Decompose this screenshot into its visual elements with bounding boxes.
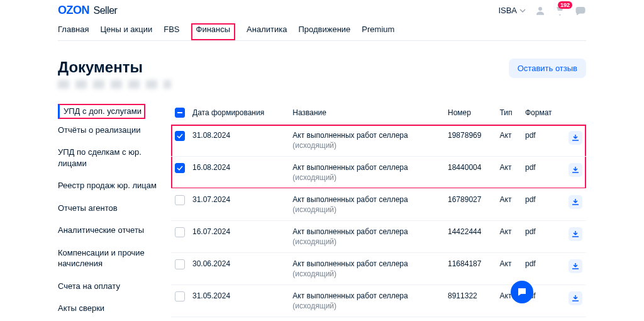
download-row-button[interactable] <box>569 131 582 145</box>
notifications-icon[interactable]: 192 <box>555 5 566 16</box>
col-number[interactable]: Номер <box>444 104 496 125</box>
select-all-checkbox[interactable] <box>175 108 185 118</box>
sidebar-item-6[interactable]: Компенсации и прочие начисления <box>58 242 171 275</box>
cell-format: pdf <box>521 189 565 221</box>
chat-icon <box>516 286 528 298</box>
nav-item-0[interactable]: Главная <box>58 25 89 40</box>
logo-suffix: Seller <box>94 5 118 16</box>
sidebar-item-4[interactable]: Отчеты агентов <box>58 197 171 220</box>
cell-type: Акт <box>496 157 521 189</box>
col-format[interactable]: Формат <box>521 104 565 125</box>
cell-date: 30.04.2024 <box>189 317 289 322</box>
account-dropdown[interactable]: ISBA <box>498 6 526 15</box>
row-checkbox[interactable] <box>175 131 185 141</box>
nav-item-2[interactable]: FBS <box>164 25 179 40</box>
cell-name: Акт выполненных работ селлера(исходящий) <box>289 125 444 157</box>
row-checkbox[interactable] <box>175 291 185 301</box>
cell-date: 16.08.2024 <box>189 157 289 189</box>
cell-format: pdf <box>521 125 565 157</box>
table-row: 31.08.2024Акт выполненных работ селлера(… <box>171 125 586 157</box>
cell-name: Акт выполненных работ селлера(исходящий) <box>289 157 444 189</box>
chevron-down-icon <box>519 8 526 14</box>
cell-date: 30.06.2024 <box>189 253 289 285</box>
nav-item-6[interactable]: Premium <box>362 25 394 40</box>
nav-item-1[interactable]: Цены и акции <box>100 25 152 40</box>
col-type[interactable]: Тип <box>496 104 521 125</box>
feedback-button[interactable]: Оставить отзыв <box>509 59 586 78</box>
cell-number: 6259349 <box>444 317 496 322</box>
sidebar-item-2[interactable]: УПД по сделкам с юр. лицами <box>58 141 171 174</box>
download-row-button[interactable] <box>569 163 582 177</box>
download-row-button[interactable] <box>569 259 582 273</box>
cell-format: pdf <box>521 317 565 322</box>
cell-date: 31.05.2024 <box>189 285 289 317</box>
cell-number: 8911322 <box>444 285 496 317</box>
table-row: 16.08.2024Акт выполненных работ селлера(… <box>171 157 586 189</box>
row-checkbox[interactable] <box>175 195 185 205</box>
table-row: 30.04.2024Акт выполненных работ селлера(… <box>171 317 586 322</box>
page-title: Документы <box>58 59 171 76</box>
download-row-button[interactable] <box>569 291 582 305</box>
col-name[interactable]: Название <box>289 104 444 125</box>
nav-item-4[interactable]: Аналитика <box>247 25 287 40</box>
col-date[interactable]: Дата формирования <box>189 104 289 125</box>
cell-number: 16789027 <box>444 189 496 221</box>
cell-number: 11684187 <box>444 253 496 285</box>
svg-rect-1 <box>177 112 182 113</box>
table-row: 30.06.2024Акт выполненных работ селлера(… <box>171 253 586 285</box>
row-checkbox[interactable] <box>175 163 185 173</box>
table-row: 31.07.2024Акт выполненных работ селлера(… <box>171 189 586 221</box>
cell-number: 18440004 <box>444 157 496 189</box>
nav-item-3[interactable]: Финансы <box>191 23 236 40</box>
sidebar-item-3[interactable]: Реестр продаж юр. лицам <box>58 174 171 197</box>
row-checkbox[interactable] <box>175 227 185 237</box>
sidebar-item-1[interactable]: Отчёты о реализации <box>58 119 171 142</box>
sidebar: УПД с доп. услугамиОтчёты о реализацииУП… <box>58 104 171 321</box>
sidebar-item-0[interactable]: УПД с доп. услугами <box>58 104 171 119</box>
row-checkbox[interactable] <box>175 259 185 269</box>
chat-fab[interactable] <box>511 281 533 303</box>
cell-type: Акт <box>496 189 521 221</box>
cell-date: 31.07.2024 <box>189 189 289 221</box>
cell-type: Акт <box>496 221 521 253</box>
cell-name: Акт выполненных работ селлера(исходящий) <box>289 253 444 285</box>
cell-format: pdf <box>521 157 565 189</box>
sidebar-item-7[interactable]: Счета на оплату <box>58 275 171 298</box>
user-icon[interactable] <box>535 5 546 16</box>
main-nav: ГлавнаяЦены и акцииFBSФинансыАналитикаПр… <box>58 20 586 41</box>
cell-name: Акт выполненных работ селлера(исходящий) <box>289 189 444 221</box>
cell-name: Акт выполненных работ селлера(исходящий) <box>289 221 444 253</box>
cell-format: pdf <box>521 221 565 253</box>
download-row-button[interactable] <box>569 227 582 241</box>
cell-number: 19878969 <box>444 125 496 157</box>
cell-type: Акт <box>496 125 521 157</box>
cell-name: Акт выполненных работ селлера(исходящий) <box>289 285 444 317</box>
table-row: 16.07.2024Акт выполненных работ селлера(… <box>171 221 586 253</box>
nav-item-5[interactable]: Продвижение <box>298 25 350 40</box>
help-icon[interactable] <box>575 5 586 16</box>
cell-format: pdf <box>521 253 565 285</box>
svg-point-0 <box>538 7 542 11</box>
sidebar-item-5[interactable]: Аналитические отчеты <box>58 219 171 242</box>
cell-type: Акт <box>496 253 521 285</box>
sidebar-item-8[interactable]: Акты сверки <box>58 297 171 320</box>
cell-name: Акт выполненных работ селлера(исходящий) <box>289 317 444 322</box>
cell-type: Акт <box>496 317 521 322</box>
cell-date: 16.07.2024 <box>189 221 289 253</box>
breadcrumb <box>58 80 171 89</box>
account-name: ISBA <box>498 6 517 15</box>
cell-date: 31.08.2024 <box>189 125 289 157</box>
download-row-button[interactable] <box>569 195 582 209</box>
logo[interactable]: OZON Seller <box>58 4 117 17</box>
logo-brand: OZON <box>58 4 89 16</box>
notifications-badge: 192 <box>558 1 572 9</box>
cell-number: 14422444 <box>444 221 496 253</box>
